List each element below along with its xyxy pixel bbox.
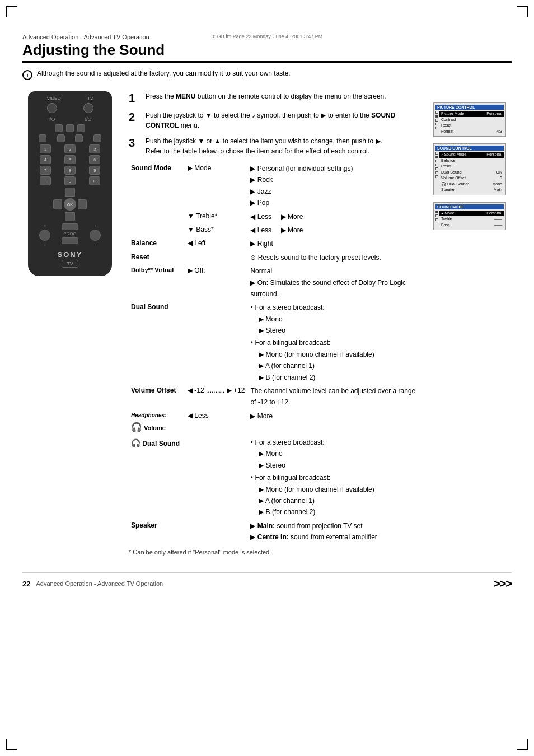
remote-area: VIDEO TV I/O I/O: [22, 91, 118, 556]
remote-num-1[interactable]: 1: [40, 144, 51, 153]
table-row-treble: ▼ Treble* ◀ Less ▶ More: [129, 210, 422, 223]
remote-dpad: OK: [53, 188, 87, 221]
step-3-text: Push the joystick ▼ or ▲ to select the i…: [146, 136, 422, 156]
remote-num-dot[interactable]: ·: [40, 176, 51, 185]
screen-sound-mode: SOUND MODE ● ModePersonal Treble—— Bass—…: [433, 202, 506, 231]
value-dual-sound-hp: • For a stereo broadcast: ▶ Mono ▶ Stere…: [248, 436, 422, 519]
value-bass: ◀ Less ▶ More: [248, 223, 422, 237]
dpad-left[interactable]: [53, 199, 62, 209]
page-title: Adjusting the Sound: [22, 41, 512, 63]
label-treble: [129, 210, 185, 223]
step-3-number: 3: [129, 136, 140, 156]
arrow-bass: ▼ Bass*: [185, 223, 248, 237]
screen-2-row-5: 🎧 Dual Sound:Mono: [439, 181, 504, 188]
screen-3-row-0: ● ModePersonal: [439, 211, 504, 217]
label-reset: Reset: [129, 251, 185, 264]
table-row-dual-sound-hp: 🎧 Dual Sound • For a stereo broadcast: ▶…: [129, 436, 422, 519]
settings-table: Sound Mode ▶ Mode ▶ Personal (for indivi…: [129, 162, 422, 544]
remote-num-3[interactable]: 3: [89, 144, 100, 153]
screen-2-row-2: Reset: [439, 164, 504, 170]
dpad-down[interactable]: [65, 212, 75, 221]
screen-sound-control: SOUND CONTROL ♪ Sound ModePersonal Balan…: [433, 143, 506, 195]
info-note-text: Although the sound is adjusted at the fa…: [37, 69, 291, 77]
remote-num-0[interactable]: 0: [64, 176, 76, 185]
arrow-treble: ▼ Treble*: [185, 210, 248, 223]
nav-arrows: >>>: [494, 577, 512, 590]
screen-1-row-1: Picture ModePersonal: [439, 111, 504, 117]
corner-mark-bl: [6, 739, 17, 750]
remote-small-btn-1[interactable]: [55, 124, 63, 132]
remote-input-btn[interactable]: [83, 103, 93, 113]
corner-mark-br: [517, 739, 528, 750]
dpad-ok[interactable]: OK: [64, 198, 76, 211]
table-row-speaker: Speaker ▶ Main: sound from projection TV…: [129, 519, 422, 544]
remote-small-btn-7[interactable]: [93, 134, 101, 142]
info-box: i Although the sound is adjusted at the …: [22, 69, 512, 80]
remote-small-btn-3[interactable]: [77, 124, 85, 132]
remote-small-btn-2[interactable]: [66, 124, 74, 132]
remote-num-9[interactable]: 9: [89, 166, 100, 175]
tv-brand-label: TV: [62, 260, 78, 268]
remote-io-label2: I/O: [85, 116, 91, 122]
screen-2-row-4: Volume Offset0: [439, 175, 504, 181]
table-row-bass: ▼ Bass* ◀ Less ▶ More: [129, 223, 422, 237]
remote-num-4[interactable]: 4: [40, 155, 51, 164]
screen-1-row-4: Format4:3: [439, 129, 504, 135]
screen-2-row-0: ♪ Sound ModePersonal: [439, 152, 504, 158]
remote-ch-btn[interactable]: [90, 230, 101, 241]
video-label: VIDEO: [47, 96, 61, 101]
arrow-dual-sound: [185, 301, 248, 384]
remote-num-6[interactable]: 6: [89, 155, 100, 164]
table-row-sound-mode: Sound Mode ▶ Mode ▶ Personal (for indivi…: [129, 162, 422, 210]
dpad-right[interactable]: [78, 199, 87, 209]
remote-vol-minus-symbol: -: [44, 242, 46, 247]
remote-ch-minus-symbol: -: [95, 242, 96, 247]
value-volume-offset: The channel volume level can be adjusted…: [248, 384, 422, 409]
arrow-speaker: [185, 519, 248, 544]
file-info: 01GB.fm Page 22 Monday, June 4, 2001 3:4…: [212, 34, 322, 39]
remote-num-back[interactable]: ↩: [89, 176, 100, 185]
step-1: 1 Press the MENU button on the remote co…: [129, 91, 422, 105]
corner-mark-tr: [517, 6, 528, 17]
remote-ch-plus[interactable]: [62, 223, 78, 230]
screen-2-row-6: SpeakerMain: [439, 187, 504, 193]
remote-vol-plus[interactable]: [39, 230, 50, 241]
dpad-up[interactable]: [65, 188, 75, 197]
step-3: 3 Push the joystick ▼ or ▲ to select the…: [129, 136, 422, 156]
step-1-number: 1: [129, 91, 140, 105]
remote-small-btn-5[interactable]: [57, 134, 65, 142]
remote-control: VIDEO TV I/O I/O: [28, 91, 112, 276]
screen-1-title: PICTURE CONTROL: [435, 105, 504, 110]
remote-ch-symbol: +: [94, 223, 97, 228]
remote-num-7[interactable]: 7: [40, 166, 51, 175]
page-number: 22: [22, 580, 30, 588]
label-dolby: Dolby** Virtual: [129, 264, 185, 301]
remote-small-btn-6[interactable]: [75, 134, 83, 142]
remote-vol-symbol: +: [44, 223, 46, 228]
remote-num-8[interactable]: 8: [64, 166, 76, 175]
value-balance: ▶ Right: [248, 237, 422, 250]
table-row-reset: Reset ⊙ Resets sound to the factory pres…: [129, 251, 422, 264]
table-row-balance: Balance ◀ Left ▶ Right: [129, 237, 422, 250]
arrow-dual-sound-hp: [185, 436, 248, 519]
label-bass: [129, 223, 185, 237]
remote-num-2[interactable]: 2: [64, 144, 76, 153]
step-2-number: 2: [129, 110, 140, 130]
remote-num-5[interactable]: 5: [64, 155, 76, 164]
value-dolby: Normal ▶ On: Simulates the sound effect …: [248, 264, 422, 301]
remote-ch-minus[interactable]: [62, 237, 78, 244]
remote-power-btn[interactable]: [47, 103, 57, 113]
arrow-dolby: ▶ Off:: [185, 264, 248, 301]
step-2: 2 Push the joystick to ▼ to select the ♪…: [129, 110, 422, 130]
remote-small-btn-4[interactable]: [39, 134, 46, 142]
table-row-dual-sound: Dual Sound • For a stereo broadcast: ▶ M…: [129, 301, 422, 384]
sony-logo: SONY: [34, 250, 106, 259]
label-sound-mode: Sound Mode: [129, 162, 185, 210]
table-row-volume-offset: Volume Offset ◀ -12 .......... ▶ +12 The…: [129, 384, 422, 409]
value-treble: ◀ Less ▶ More: [248, 210, 422, 223]
screen-3-row-2: Bass——: [439, 222, 504, 228]
screens-area: PICTURE CONTROL Picture ModePersonal Con…: [433, 91, 512, 556]
value-dual-sound: • For a stereo broadcast: ▶ Mono ▶ Stere…: [248, 301, 422, 384]
label-volume-offset: Volume Offset: [129, 384, 185, 409]
screen-picture-control: PICTURE CONTROL Picture ModePersonal Con…: [433, 102, 506, 137]
